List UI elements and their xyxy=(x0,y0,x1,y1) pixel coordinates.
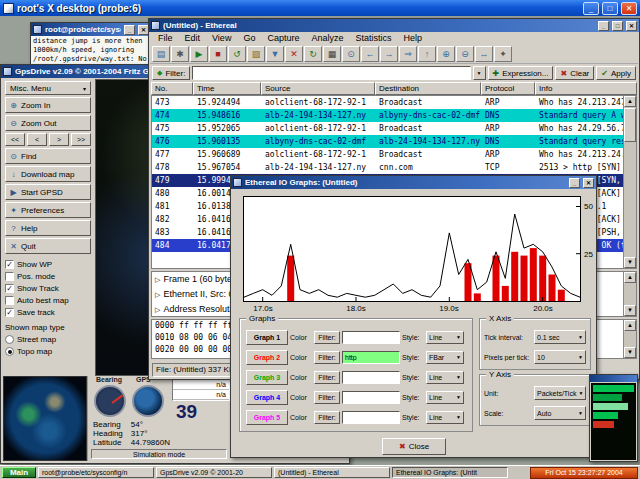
graph-style-select[interactable]: Line xyxy=(426,331,464,344)
go-forward-icon[interactable]: → xyxy=(380,46,398,62)
graph-filter-button[interactable]: Filter: xyxy=(314,351,340,364)
hex-scrollbar[interactable]: ▲ ▼ xyxy=(623,320,636,358)
graph-filter-input[interactable] xyxy=(342,411,400,424)
go-to-top-icon[interactable]: ↑ xyxy=(418,46,436,62)
nav-button[interactable]: << xyxy=(5,133,25,146)
sidebar-button[interactable]: ⊖ Zoom Out xyxy=(5,115,91,131)
minimize-button[interactable]: _ xyxy=(124,25,135,35)
column-header[interactable]: Destination xyxy=(375,82,481,95)
open-capture-icon[interactable]: ▨ xyxy=(247,46,265,62)
graph-style-select[interactable]: FBar xyxy=(426,351,464,364)
tick-interval-select[interactable]: 0.1 sec xyxy=(534,330,586,344)
capture-start-icon[interactable]: ▶ xyxy=(190,46,208,62)
ethereal-titlebar[interactable]: (Untitled) - Ethereal _ □ ✕ xyxy=(149,19,639,32)
clear-button[interactable]: ✖ Clear xyxy=(555,66,594,80)
graph-filter-button[interactable]: Filter: xyxy=(314,331,340,344)
capture-options-icon[interactable]: ✱ xyxy=(171,46,189,62)
go-to-packet-icon[interactable]: ⇒ xyxy=(399,46,417,62)
sidebar-button[interactable]: ⊕ Zoom In xyxy=(5,97,91,113)
capture-restart-icon[interactable]: ↺ xyxy=(228,46,246,62)
minimize-button[interactable]: _ xyxy=(583,2,599,15)
minimize-button[interactable]: _ xyxy=(598,21,609,31)
packet-list-scrollbar[interactable]: ▲ ▼ xyxy=(623,96,636,268)
packet-row[interactable]: 474 15.948616 alb-24-194-134-127.ny alby… xyxy=(152,109,636,122)
packet-row[interactable]: 477 15.960689 aolclient-68-172-92-1 Broa… xyxy=(152,148,636,161)
radio-map-type[interactable]: Street map xyxy=(5,334,91,345)
sidebar-button[interactable]: ? Help xyxy=(5,220,91,236)
graph-filter-button[interactable]: Filter: xyxy=(314,371,340,384)
find-packet-icon[interactable]: ⊙ xyxy=(342,46,360,62)
column-header[interactable]: Source xyxy=(261,82,375,95)
scroll-down-icon[interactable]: ▼ xyxy=(624,305,636,316)
capture-interfaces-icon[interactable]: ▤ xyxy=(152,46,170,62)
checkbox[interactable]: Auto best map xyxy=(5,295,91,306)
expander-icon[interactable]: ▷ xyxy=(155,276,160,283)
resize-columns-icon[interactable]: ↔ xyxy=(475,46,493,62)
io-graphs-titlebar[interactable]: Ethereal IO Graphs: (Untitled) _ ✕ xyxy=(231,176,596,189)
graph-filter-button[interactable]: Filter: xyxy=(314,391,340,404)
menu-item[interactable]: Help xyxy=(397,32,428,45)
graph-toggle-button[interactable]: Graph 4 xyxy=(246,390,288,405)
sidebar-button[interactable]: ✕ Quit xyxy=(5,238,91,254)
taskbar-task-button[interactable]: (Untitled) - Ethereal xyxy=(274,467,390,478)
filter-button[interactable]: ◆ Filter: xyxy=(152,66,190,80)
monitor-titlebar[interactable] xyxy=(590,375,637,382)
scroll-down-icon[interactable]: ▼ xyxy=(624,347,636,358)
menu-item[interactable]: Analyze xyxy=(305,32,349,45)
sidebar-button[interactable]: ✦ Preferences xyxy=(5,202,91,218)
graph-filter-input[interactable] xyxy=(342,331,400,344)
close-capture-icon[interactable]: ✕ xyxy=(285,46,303,62)
zoom-in-icon[interactable]: ⊕ xyxy=(437,46,455,62)
column-header[interactable]: Time xyxy=(193,82,261,95)
graph-filter-input[interactable] xyxy=(342,391,400,404)
scroll-thumb[interactable] xyxy=(624,108,636,142)
sidebar-button[interactable]: ⊙ Find xyxy=(5,148,91,164)
tree-scrollbar[interactable]: ▲ ▼ xyxy=(623,272,636,316)
packet-row[interactable]: 475 15.952065 aolclient-68-172-92-1 Broa… xyxy=(152,122,636,135)
graph-style-select[interactable]: Line xyxy=(426,371,464,384)
menu-item[interactable]: View xyxy=(206,32,237,45)
filter-dropdown-icon[interactable]: ▼ xyxy=(473,66,486,80)
nav-button[interactable]: >> xyxy=(71,133,91,146)
nav-button[interactable]: < xyxy=(27,133,47,146)
graph-filter-button[interactable]: Filter: xyxy=(314,411,340,424)
checkbox[interactable]: Pos. mode xyxy=(5,271,91,282)
packet-row[interactable]: 476 15.960135 albyny-dns-cac-02-dmf alb-… xyxy=(152,135,636,148)
misc-menu-button[interactable]: Misc. Menu xyxy=(5,81,91,95)
graph-filter-input[interactable] xyxy=(342,351,400,364)
close-button[interactable]: ✕ xyxy=(626,21,637,31)
menu-item[interactable]: Go xyxy=(237,32,261,45)
expander-icon[interactable]: ▷ xyxy=(155,291,160,298)
checkbox[interactable]: Show Track xyxy=(5,283,91,294)
scale-select[interactable]: Auto xyxy=(534,406,586,420)
column-header[interactable]: No. xyxy=(151,82,193,95)
radio-map-type[interactable]: Topo map xyxy=(5,346,91,357)
preferences-icon[interactable]: ✦ xyxy=(494,46,512,62)
taskbar-task-button[interactable]: GpsDrive v2.09 © 2001-20 xyxy=(156,467,272,478)
zoom-out-icon[interactable]: ⊖ xyxy=(456,46,474,62)
maximize-button[interactable]: □ xyxy=(602,2,618,15)
packet-row[interactable]: 478 15.967054 alb-24-194-134-127.ny cnn.… xyxy=(152,161,636,174)
main-menu-button[interactable]: Main xyxy=(2,467,36,478)
filter-input[interactable] xyxy=(192,66,470,80)
unit-select[interactable]: Packets/Tick xyxy=(534,386,586,400)
apply-button[interactable]: ✔ Apply xyxy=(596,66,636,80)
maximize-button[interactable]: □ xyxy=(612,21,623,31)
scroll-up-icon[interactable]: ▲ xyxy=(624,272,636,283)
packet-row[interactable]: 473 15.924494 aolclient-68-172-92-1 Broa… xyxy=(152,96,636,109)
scroll-up-icon[interactable]: ▲ xyxy=(624,96,636,107)
menu-item[interactable]: File xyxy=(152,32,179,45)
capture-stop-icon[interactable]: ■ xyxy=(209,46,227,62)
reload-capture-icon[interactable]: ↻ xyxy=(304,46,322,62)
nav-button[interactable]: > xyxy=(49,133,69,146)
print-icon[interactable]: ▦ xyxy=(323,46,341,62)
column-header[interactable]: Info xyxy=(535,82,637,95)
checkbox[interactable]: Show WP xyxy=(5,259,91,270)
save-capture-icon[interactable]: ▼ xyxy=(266,46,284,62)
pixels-per-tick-select[interactable]: 10 xyxy=(534,350,586,364)
expression-button[interactable]: ✚ Expression... xyxy=(488,66,554,80)
close-button[interactable]: ✕ xyxy=(583,178,594,188)
close-button[interactable]: ✕ xyxy=(621,2,637,15)
graph-filter-input[interactable] xyxy=(342,371,400,384)
close-dialog-button[interactable]: ✖ Close xyxy=(382,438,446,455)
